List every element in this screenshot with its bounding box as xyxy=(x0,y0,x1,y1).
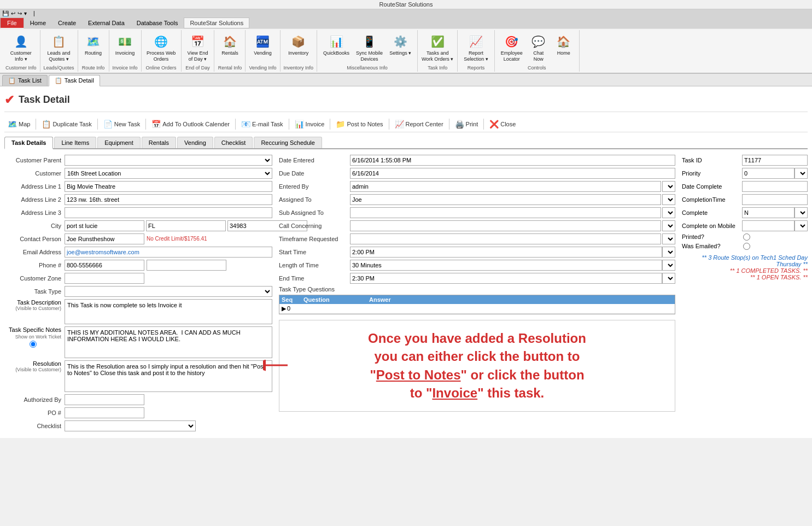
home-btn[interactable]: 🏠 Home xyxy=(552,31,576,58)
priority-select[interactable] xyxy=(795,168,808,179)
end-time-select[interactable] xyxy=(662,273,675,284)
complete-select[interactable] xyxy=(795,207,808,218)
entered-by-select[interactable] xyxy=(662,181,675,192)
process-orders-btn[interactable]: 🌐 Process WebOrders xyxy=(145,31,178,64)
close-btn[interactable]: ❌ Close xyxy=(486,119,519,130)
doc-tab-task-list[interactable]: 📋 Task List xyxy=(2,75,48,86)
report-center-label: Report Center xyxy=(406,121,443,127)
task-type-select[interactable] xyxy=(65,286,272,297)
address2-input[interactable] xyxy=(65,194,272,205)
invoice-toolbar-btn[interactable]: 📊 Invoice xyxy=(291,119,328,130)
ribbon-tab-external[interactable]: External Data xyxy=(82,17,131,28)
task-notes-label: Task Specific Notes xyxy=(4,326,61,333)
inventory-btn[interactable]: 📦 Inventory xyxy=(285,31,311,58)
sub-assigned-input[interactable] xyxy=(350,207,661,218)
quickbooks-btn[interactable]: 📊 QuickBooks xyxy=(320,31,352,58)
customer-info-btn[interactable]: 👤 CustomerInfo ▾ xyxy=(8,31,34,64)
assigned-to-input[interactable] xyxy=(350,194,661,205)
customer-select[interactable]: 16th Street Location xyxy=(65,168,272,179)
tab-line-items[interactable]: Line Items xyxy=(54,137,96,148)
phone-input[interactable] xyxy=(65,260,144,271)
print-btn[interactable]: 🖨️ Print xyxy=(452,119,482,130)
post-to-notes-btn[interactable]: 📁 Post to Notes xyxy=(332,119,386,130)
due-date-input[interactable] xyxy=(350,168,675,179)
rentals-btn[interactable]: 🏠 Rentals xyxy=(218,31,242,58)
col-answer: Answer xyxy=(369,296,673,303)
end-time-input[interactable] xyxy=(350,273,662,284)
map-btn[interactable]: 🗺️ Map xyxy=(4,119,33,130)
email-input[interactable] xyxy=(65,247,272,258)
tab-rentals[interactable]: Rentals xyxy=(142,137,176,148)
sub-assigned-select[interactable] xyxy=(662,207,675,218)
task-notes-textarea[interactable]: THIS IS MY ADDITIONAL NOTES AREA. I CAN … xyxy=(65,326,272,358)
save-icon[interactable]: 💾 xyxy=(2,10,9,16)
complete-mobile-select[interactable] xyxy=(795,220,808,231)
show-work-ticket-radio[interactable] xyxy=(30,341,37,348)
settings-btn[interactable]: ⚙️ Settings ▾ xyxy=(387,31,414,58)
tab-checklist[interactable]: Checklist xyxy=(214,137,253,148)
end-of-day-btn[interactable]: 📅 View Endof Day ▾ xyxy=(185,31,211,64)
call-concerning-select[interactable] xyxy=(662,220,675,231)
length-select[interactable] xyxy=(662,260,675,271)
redo-icon[interactable]: ↪ xyxy=(17,10,22,16)
outlook-btn[interactable]: 📅 Add To Outlook Calender xyxy=(148,119,233,130)
ribbon-tab-routestar[interactable]: RouteStar Solutions xyxy=(184,17,249,28)
state-input[interactable] xyxy=(146,220,226,231)
chat-now-btn[interactable]: 💬 ChatNow xyxy=(527,31,551,64)
timeframe-select[interactable] xyxy=(662,233,675,244)
date-complete-input[interactable] xyxy=(742,181,808,192)
emailed-radio[interactable] xyxy=(743,243,750,250)
address1-input[interactable] xyxy=(65,181,272,192)
city-input[interactable] xyxy=(65,220,144,231)
ribbon-tab-home[interactable]: Home xyxy=(24,17,52,28)
employee-locator-btn[interactable]: 🎯 EmployeeLocator xyxy=(498,31,525,64)
start-time-select[interactable] xyxy=(662,247,675,258)
phone2-input[interactable] xyxy=(147,260,226,271)
undo-icon[interactable]: ↩ xyxy=(11,10,15,16)
start-time-input[interactable] xyxy=(350,247,662,258)
vending-btn[interactable]: 🏧 Vending xyxy=(250,31,274,58)
report-selection-btn[interactable]: 📈 ReportSelection ▾ xyxy=(461,31,491,64)
routing-btn[interactable]: 🗺️ Routing xyxy=(81,31,106,58)
doc-tab-task-detail[interactable]: 📋 Task Detail xyxy=(49,75,100,86)
contact-input[interactable] xyxy=(65,233,144,244)
ribbon-tab-create[interactable]: Create xyxy=(52,17,82,28)
po-input[interactable] xyxy=(65,407,144,418)
address1-row: Address Line 1 xyxy=(4,181,272,192)
date-entered-input[interactable] xyxy=(350,155,675,166)
duplicate-task-btn[interactable]: 📋 Duplicate Task xyxy=(38,119,95,130)
completion-input[interactable] xyxy=(742,194,808,205)
resolution-textarea[interactable]: This is the Resolution area so I simply … xyxy=(65,360,272,392)
printed-radio[interactable] xyxy=(743,233,750,241)
task-desc-textarea[interactable]: This Task is now complete so lets Invoic… xyxy=(65,299,272,324)
page-title-row: ✔ Task Detail xyxy=(4,91,808,112)
leads-quotes-btn[interactable]: 📋 Leads andQuotes ▾ xyxy=(45,31,73,64)
length-input[interactable] xyxy=(350,260,662,271)
authorized-input[interactable] xyxy=(65,394,144,405)
checklist-select[interactable] xyxy=(65,420,196,431)
toolbar-sep-8 xyxy=(449,119,449,130)
report-center-btn[interactable]: 📈 Report Center xyxy=(392,119,447,130)
entered-by-input[interactable] xyxy=(350,181,661,192)
complete-mobile-input[interactable] xyxy=(742,220,795,231)
ribbon-tab-database[interactable]: Database Tools xyxy=(131,17,184,28)
sync-mobile-btn[interactable]: 📱 Sync MobileDevices xyxy=(353,31,385,64)
new-task-btn[interactable]: 📄 New Task xyxy=(100,119,143,130)
tab-equipment[interactable]: Equipment xyxy=(97,137,141,148)
customer-parent-select[interactable] xyxy=(65,155,272,166)
tab-vending[interactable]: Vending xyxy=(177,137,213,148)
priority-input[interactable] xyxy=(742,168,795,179)
assigned-to-select[interactable] xyxy=(662,194,675,205)
zone-input[interactable] xyxy=(65,273,144,284)
email-task-btn[interactable]: 📧 E-mail Task xyxy=(238,119,287,130)
complete-input[interactable] xyxy=(742,207,795,218)
tasks-work-orders-btn[interactable]: ✅ Tasks andWork Orders ▾ xyxy=(421,31,454,64)
tab-recurring[interactable]: Reccuring Schedule xyxy=(254,137,322,148)
ribbon-tab-file[interactable]: File xyxy=(0,17,24,28)
tab-task-details[interactable]: Task Details xyxy=(4,137,53,149)
invoicing-btn[interactable]: 💵 Invoicing xyxy=(113,31,138,58)
address3-input[interactable] xyxy=(65,207,272,218)
timeframe-input[interactable] xyxy=(350,233,661,244)
call-concerning-input[interactable] xyxy=(350,220,661,231)
task-id-input[interactable] xyxy=(742,155,808,166)
